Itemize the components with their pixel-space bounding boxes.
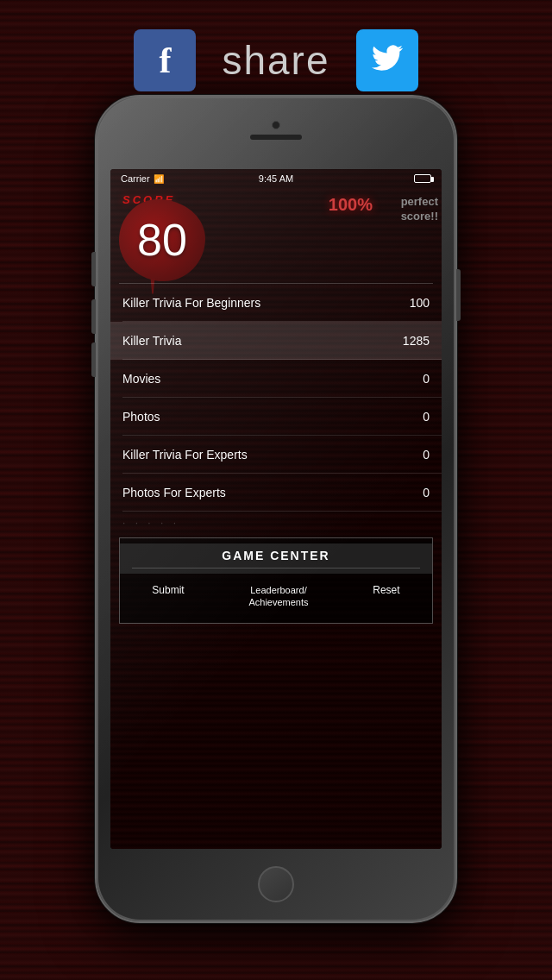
wifi-icon: 📶 xyxy=(154,174,164,184)
game-center-panel: GAME CENTER Submit Leaderboard/Achieveme… xyxy=(119,537,433,624)
game-center-title: GAME CENTER xyxy=(132,549,420,569)
score-area: SCORE 80 100% perfect score!! xyxy=(110,188,442,283)
facebook-share-button[interactable]: f xyxy=(134,29,196,91)
score-percent: 100% xyxy=(329,195,373,215)
camera xyxy=(272,121,280,129)
screen-content: Carrier 📶 9:45 AM SCORE 80 100% perfect xyxy=(110,169,442,849)
score-perfect: perfect score!! xyxy=(401,195,438,224)
twitter-share-button[interactable] xyxy=(356,29,418,91)
list-item-value: 0 xyxy=(395,486,430,499)
perfect-line1: perfect xyxy=(401,195,438,208)
list-item-label: Photos For Experts xyxy=(122,486,395,499)
list-item[interactable]: Killer Trivia For Experts 0 xyxy=(110,436,442,474)
list-item-value: 100 xyxy=(395,296,430,310)
list-item-label: Killer Trivia For Experts xyxy=(122,448,395,462)
list-item[interactable]: Photos For Experts 0 xyxy=(110,474,442,512)
home-button[interactable] xyxy=(258,866,294,902)
reset-button[interactable]: Reset xyxy=(366,582,406,611)
list-item-value: 0 xyxy=(395,448,430,462)
game-center-title-wrapper: GAME CENTER xyxy=(120,543,432,574)
twitter-icon xyxy=(372,45,403,76)
phone-screen: Carrier 📶 9:45 AM SCORE 80 100% perfect xyxy=(110,169,442,849)
partial-dots: · · · · · xyxy=(122,517,179,529)
status-right xyxy=(414,174,431,183)
phone-outer: Carrier 📶 9:45 AM SCORE 80 100% perfect xyxy=(95,95,457,923)
facebook-icon: f xyxy=(159,42,171,79)
list-item-label: Movies xyxy=(122,372,395,386)
status-bar: Carrier 📶 9:45 AM xyxy=(110,169,442,188)
carrier-label: Carrier xyxy=(121,173,150,184)
game-center-actions: Submit Leaderboard/Achievements Reset xyxy=(120,575,432,618)
list-item-label: Killer Trivia xyxy=(122,334,395,348)
top-bar: f share xyxy=(0,0,552,121)
list-item[interactable]: Photos 0 xyxy=(110,398,442,436)
leaderboard-button[interactable]: Leaderboard/Achievements xyxy=(242,582,315,611)
phone-top-details xyxy=(250,121,302,140)
score-blob: 80 xyxy=(119,199,205,281)
list-item-label: Killer Trivia For Beginners xyxy=(122,296,395,310)
list-item-value: 0 xyxy=(395,410,430,424)
list-item[interactable]: Movies 0 xyxy=(110,360,442,398)
submit-button[interactable]: Submit xyxy=(145,582,191,611)
speaker xyxy=(250,135,302,140)
score-number: 80 xyxy=(137,214,187,266)
list-item[interactable]: Killer Trivia For Beginners 100 xyxy=(110,284,442,322)
status-time: 9:45 AM xyxy=(259,173,293,184)
list-item-label: Photos xyxy=(122,410,395,424)
phone-frame: Carrier 📶 9:45 AM SCORE 80 100% perfect xyxy=(95,95,457,923)
list-item-value: 0 xyxy=(395,372,430,386)
battery-icon xyxy=(414,174,431,183)
partial-dots-row: · · · · · xyxy=(110,512,442,534)
list-item-value: 1285 xyxy=(395,334,430,348)
perfect-line2: score!! xyxy=(401,210,438,223)
list-container: Killer Trivia For Beginners 100 Killer T… xyxy=(110,284,442,534)
share-label: share xyxy=(222,37,329,84)
list-item[interactable]: Killer Trivia 1285 xyxy=(110,322,442,360)
